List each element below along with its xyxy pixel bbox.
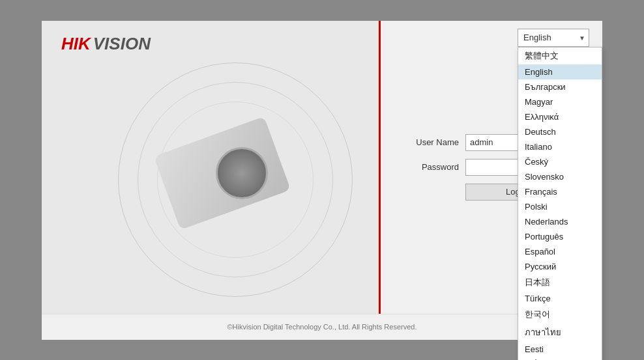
logo-vision: VISION <box>93 34 151 54</box>
language-option[interactable]: Español <box>518 244 602 259</box>
language-container: 繁體中文EnglishБългарскиMagyarΕλληνικάDeutsc… <box>518 29 589 47</box>
language-option[interactable]: 한국어 <box>518 306 602 323</box>
username-label: User Name <box>400 137 459 147</box>
language-option[interactable]: Eesti <box>518 342 602 357</box>
password-label: Password <box>400 162 459 172</box>
language-option[interactable]: Italiano <box>518 139 602 154</box>
language-option[interactable]: Български <box>518 79 602 94</box>
language-select-wrapper: 繁體中文EnglishБългарскиMagyarΕλληνικάDeutsc… <box>518 29 589 47</box>
logo: HIKVISION <box>61 34 151 54</box>
camera-graphic <box>111 56 359 303</box>
main-window: 繁體中文EnglishБългарскиMagyarΕλληνικάDeutsc… <box>42 21 602 340</box>
copyright-text: ©Hikvision Digital Technology Co., Ltd. … <box>227 323 417 331</box>
language-option[interactable]: 日本語 <box>518 274 602 291</box>
logo-hik: HIK <box>61 34 91 54</box>
language-option[interactable]: 繁體中文 <box>518 48 602 64</box>
language-option[interactable]: Slovensko <box>518 169 602 184</box>
language-option[interactable]: Magyar <box>518 94 602 109</box>
language-option[interactable]: Nederlands <box>518 214 602 229</box>
language-option[interactable]: English <box>518 64 602 79</box>
language-option[interactable]: Polski <box>518 199 602 214</box>
language-option[interactable]: Русский <box>518 259 602 274</box>
language-option[interactable]: Português <box>518 229 602 244</box>
language-option[interactable]: ภาษาไทย <box>518 323 602 342</box>
language-select[interactable]: 繁體中文EnglishБългарскиMagyarΕλληνικάDeutsc… <box>518 29 589 47</box>
language-option[interactable]: Türkçe <box>518 291 602 306</box>
language-dropdown: 繁體中文EnglishБългарскиMagyarΕλληνικάDeutsc… <box>518 47 602 361</box>
language-option[interactable]: Deutsch <box>518 124 602 139</box>
camera-lens <box>216 147 268 199</box>
language-option[interactable]: Français <box>518 184 602 199</box>
language-option[interactable]: Ελληνικά <box>518 109 602 124</box>
language-option[interactable]: Tiếng việt <box>518 357 602 361</box>
language-option[interactable]: Český <box>518 154 602 169</box>
left-panel: HIKVISION <box>42 21 381 314</box>
